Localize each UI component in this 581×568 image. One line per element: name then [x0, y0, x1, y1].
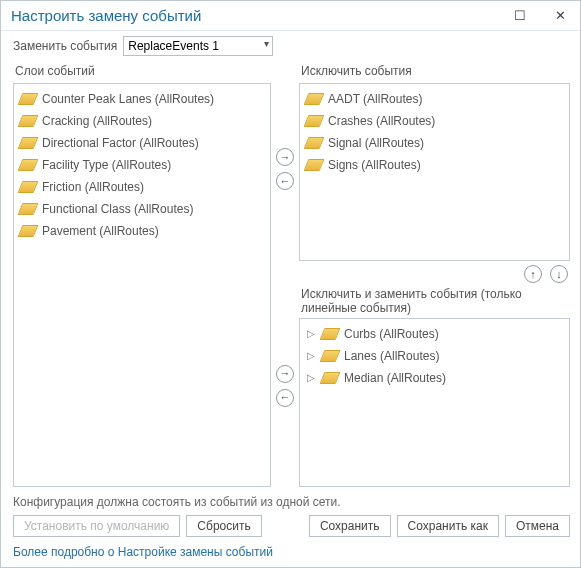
list-item-label: Curbs (AllRoutes) — [344, 326, 439, 342]
list-item-label: Friction (AllRoutes) — [42, 179, 144, 195]
list-item[interactable]: Friction (AllRoutes) — [16, 176, 268, 198]
event-layers-label: Слои событий — [15, 64, 271, 80]
replace-events-select[interactable]: ▾ — [123, 36, 273, 56]
reset-button[interactable]: Сбросить — [186, 515, 261, 537]
maximize-button[interactable]: ☐ — [500, 1, 540, 30]
layer-icon — [306, 137, 322, 149]
window-controls: ☐ ✕ — [500, 1, 580, 30]
layer-icon — [306, 93, 322, 105]
layer-icon — [20, 225, 36, 237]
list-item[interactable]: Functional Class (AllRoutes) — [16, 198, 268, 220]
layer-icon — [306, 159, 322, 171]
list-item[interactable]: Signal (AllRoutes) — [302, 132, 567, 154]
list-item-label: Counter Peak Lanes (AllRoutes) — [42, 91, 214, 107]
event-layers-list[interactable]: Counter Peak Lanes (AllRoutes)Cracking (… — [13, 83, 271, 487]
move-right-top-button[interactable]: → — [276, 148, 294, 166]
help-link-row: Более подробно о Настройке замены событи… — [1, 545, 580, 567]
expand-icon[interactable]: ▷ — [306, 348, 316, 364]
layer-icon — [20, 203, 36, 215]
list-item[interactable]: Pavement (AllRoutes) — [16, 220, 268, 242]
layer-icon — [322, 350, 338, 362]
list-item-label: Crashes (AllRoutes) — [328, 113, 435, 129]
save-as-button[interactable]: Сохранить как — [397, 515, 499, 537]
move-top-controls: → ← — [276, 148, 294, 190]
exclude-replace-list[interactable]: ▷Curbs (AllRoutes)▷Lanes (AllRoutes)▷Med… — [299, 318, 570, 487]
list-item[interactable]: Crashes (AllRoutes) — [302, 110, 567, 132]
list-item[interactable]: ▷Median (AllRoutes) — [302, 367, 567, 389]
move-up-button[interactable]: ↑ — [524, 265, 542, 283]
layer-icon — [20, 159, 36, 171]
exclude-events-list[interactable]: AADT (AllRoutes)Crashes (AllRoutes)Signa… — [299, 83, 570, 261]
layer-icon — [322, 328, 338, 340]
list-item[interactable]: ▷Curbs (AllRoutes) — [302, 323, 567, 345]
move-down-button[interactable]: ↓ — [550, 265, 568, 283]
close-button[interactable]: ✕ — [540, 1, 580, 30]
expand-icon[interactable]: ▷ — [306, 370, 316, 386]
exclude-replace-label: Исключить и заменить события (только лин… — [301, 287, 570, 315]
list-item-label: Signs (AllRoutes) — [328, 157, 421, 173]
layer-icon — [322, 372, 338, 384]
replace-events-label: Заменить события — [13, 39, 117, 53]
list-item-label: Facility Type (AllRoutes) — [42, 157, 171, 173]
list-item[interactable]: AADT (AllRoutes) — [302, 88, 567, 110]
cancel-button[interactable]: Отмена — [505, 515, 570, 537]
move-right-bottom-button[interactable]: → — [276, 365, 294, 383]
config-note: Конфигурация должна состоять из событий … — [1, 493, 580, 515]
list-item-label: Pavement (AllRoutes) — [42, 223, 159, 239]
list-item-label: AADT (AllRoutes) — [328, 91, 422, 107]
help-link[interactable]: Более подробно о Настройке замены событи… — [13, 545, 273, 559]
move-bottom-controls: → ← — [276, 365, 294, 407]
move-left-top-button[interactable]: ← — [276, 172, 294, 190]
set-default-button[interactable]: Установить по умолчанию — [13, 515, 180, 537]
layer-icon — [20, 93, 36, 105]
list-item-label: Directional Factor (AllRoutes) — [42, 135, 199, 151]
layer-icon — [20, 181, 36, 193]
list-item[interactable]: Signs (AllRoutes) — [302, 154, 567, 176]
reorder-controls: ↑ ↓ — [299, 261, 570, 287]
layer-icon — [20, 115, 36, 127]
list-item-label: Signal (AllRoutes) — [328, 135, 424, 151]
expand-icon[interactable]: ▷ — [306, 326, 316, 342]
exclude-events-label: Исключить события — [301, 64, 570, 80]
move-left-bottom-button[interactable]: ← — [276, 389, 294, 407]
list-item-label: Median (AllRoutes) — [344, 370, 446, 386]
list-item-label: Functional Class (AllRoutes) — [42, 201, 193, 217]
replace-events-input[interactable] — [123, 36, 273, 56]
layer-icon — [20, 137, 36, 149]
list-item-label: Lanes (AllRoutes) — [344, 348, 439, 364]
dialog-title: Настроить замену событий — [11, 7, 201, 24]
layer-icon — [306, 115, 322, 127]
list-item-label: Cracking (AllRoutes) — [42, 113, 152, 129]
list-item[interactable]: ▷Lanes (AllRoutes) — [302, 345, 567, 367]
list-item[interactable]: Cracking (AllRoutes) — [16, 110, 268, 132]
save-button[interactable]: Сохранить — [309, 515, 391, 537]
list-item[interactable]: Directional Factor (AllRoutes) — [16, 132, 268, 154]
list-item[interactable]: Counter Peak Lanes (AllRoutes) — [16, 88, 268, 110]
list-item[interactable]: Facility Type (AllRoutes) — [16, 154, 268, 176]
